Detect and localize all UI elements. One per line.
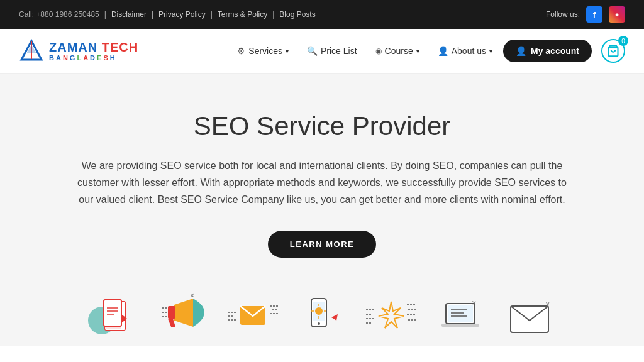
cart-button[interactable]: 0 [601, 39, 625, 63]
nav-aboutus[interactable]: 👤 About us ▾ [430, 41, 500, 61]
privacy-link[interactable]: Privacy Policy [158, 10, 206, 19]
nav-course-label: Course [385, 46, 413, 56]
logo-text: ZAMAN TECH BANGLADESH [49, 40, 138, 62]
hero-title: SEO Service Provider [50, 111, 594, 141]
icons-strip: ✕ [0, 283, 644, 346]
my-account-label: My account [531, 46, 579, 56]
services-chevron-icon: ▾ [286, 48, 289, 55]
logo-icon [19, 38, 44, 63]
disclaimer-link[interactable]: Disclaimer [111, 10, 147, 19]
hero-section: SEO Service Provider We are providing SE… [0, 74, 644, 283]
icon-megaphone: ✕ [149, 289, 218, 346]
top-bar-left: Call: +880 1986 250485 | Disclaimer | Pr… [19, 10, 316, 19]
nav-services[interactable]: ⚙ Services ▾ [230, 41, 296, 61]
hero-description: We are providing SEO service both for lo… [70, 157, 574, 209]
sep2: | [152, 10, 153, 19]
phone-number: Call: +880 1986 250485 [19, 10, 99, 19]
course-chevron-icon: ▾ [416, 48, 419, 55]
svg-rect-17 [168, 306, 175, 319]
logo-zaman: ZAMAN [49, 40, 102, 54]
logo[interactable]: ZAMAN TECH BANGLADESH [19, 38, 138, 63]
main-nav: ⚙ Services ▾ 🔍 Price List ◉ Course ▾ 👤 A… [230, 39, 625, 63]
icon-laptop: ✕ [426, 289, 495, 346]
header: ZAMAN TECH BANGLADESH ⚙ Services ▾ 🔍 Pri… [0, 29, 644, 74]
svg-text:✕: ✕ [472, 300, 477, 306]
facebook-icon[interactable]: f [586, 6, 602, 23]
pricelist-icon: 🔍 [307, 46, 318, 56]
nav-services-label: Services [248, 46, 282, 56]
course-icon: ◉ [375, 47, 382, 55]
svg-rect-45 [448, 305, 473, 322]
nav-course[interactable]: ◉ Course ▾ [368, 41, 427, 61]
icon-mobile [287, 289, 357, 346]
svg-marker-34 [331, 314, 338, 321]
sep3: | [211, 10, 213, 19]
svg-point-29 [315, 307, 323, 315]
top-bar-right: Follow us: f ● [546, 6, 625, 23]
nav-pricelist-label: Price List [321, 46, 357, 56]
icon-email-2: ✕ [495, 289, 564, 346]
my-account-button[interactable]: 👤 My account [503, 40, 592, 62]
my-account-icon: 👤 [516, 46, 526, 56]
sep1: | [104, 10, 106, 19]
icon-sparkle [357, 289, 426, 346]
svg-text:✕: ✕ [190, 293, 194, 299]
blog-link[interactable]: Blog Posts [279, 10, 315, 19]
aboutus-chevron-icon: ▾ [489, 48, 492, 55]
top-bar: Call: +880 1986 250485 | Disclaimer | Pr… [0, 0, 644, 29]
svg-rect-46 [441, 324, 479, 327]
cart-count: 0 [618, 36, 628, 46]
nav-pricelist[interactable]: 🔍 Price List [299, 41, 365, 61]
aboutus-icon: 👤 [438, 46, 448, 56]
logo-bangladesh: BANGLADESH [49, 54, 138, 62]
svg-point-28 [318, 322, 320, 325]
learn-more-button[interactable]: LEARN MORE [268, 231, 376, 258]
icon-email [218, 289, 287, 346]
icon-document [80, 289, 149, 346]
svg-rect-9 [104, 300, 121, 326]
logo-tech: TECH [102, 40, 138, 54]
terms-link[interactable]: Terms & Policy [218, 10, 267, 19]
sep4: | [272, 10, 274, 19]
nav-aboutus-label: About us [452, 46, 486, 56]
services-icon: ⚙ [237, 46, 245, 56]
instagram-icon[interactable]: ● [609, 6, 625, 23]
svg-marker-39 [379, 302, 404, 328]
follow-label: Follow us: [546, 10, 580, 19]
svg-text:✕: ✕ [545, 301, 550, 307]
